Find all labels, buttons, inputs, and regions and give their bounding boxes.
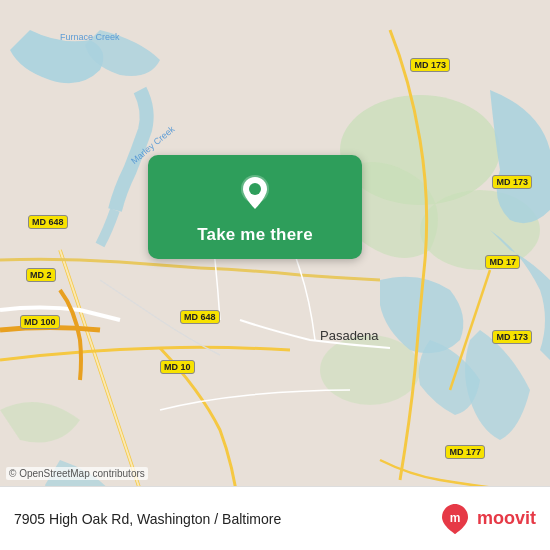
road-badge-md2: MD 2: [26, 268, 56, 282]
road-badge-md173-mid: MD 173: [492, 175, 532, 189]
road-badge-md173-bot: MD 173: [492, 330, 532, 344]
svg-text:m: m: [450, 511, 461, 525]
road-badge-md648-mid: MD 648: [180, 310, 220, 324]
take-me-there-label: Take me there: [197, 225, 313, 245]
info-bar: 7905 High Oak Rd, Washington / Baltimore…: [0, 486, 550, 550]
road-badge-md177: MD 177: [445, 445, 485, 459]
road-badge-md100: MD 100: [20, 315, 60, 329]
take-me-there-button[interactable]: Take me there: [148, 155, 362, 259]
road-badge-md17: MD 17: [485, 255, 520, 269]
svg-point-5: [249, 183, 261, 195]
road-badge-md173-top: MD 173: [410, 58, 450, 72]
road-badge-md10: MD 10: [160, 360, 195, 374]
copyright-text: © OpenStreetMap contributors: [6, 467, 148, 480]
map-container: MD 173 MD 173 MD 173 MD 648 MD 648 MD 2 …: [0, 0, 550, 550]
take-me-there-container[interactable]: Take me there: [148, 155, 362, 259]
moovit-logo: m moovit: [437, 501, 536, 537]
location-pin-icon: [233, 171, 277, 215]
address-text: 7905 High Oak Rd, Washington / Baltimore: [14, 511, 281, 527]
moovit-icon: m: [437, 501, 473, 537]
moovit-label: moovit: [477, 508, 536, 529]
road-badge-md648-left: MD 648: [28, 215, 68, 229]
